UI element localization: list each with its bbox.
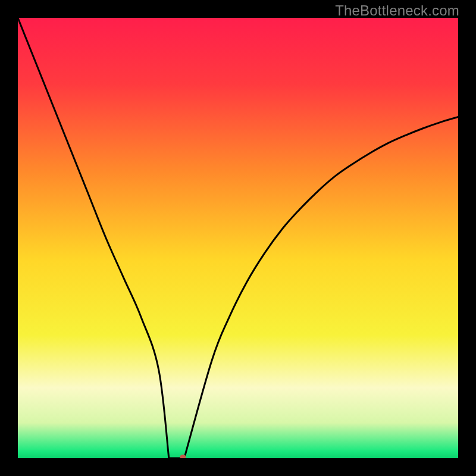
watermark-text: TheBottleneck.com xyxy=(335,2,459,19)
gradient-background xyxy=(18,18,458,458)
chart-svg xyxy=(18,18,458,458)
chart-area xyxy=(18,18,458,458)
